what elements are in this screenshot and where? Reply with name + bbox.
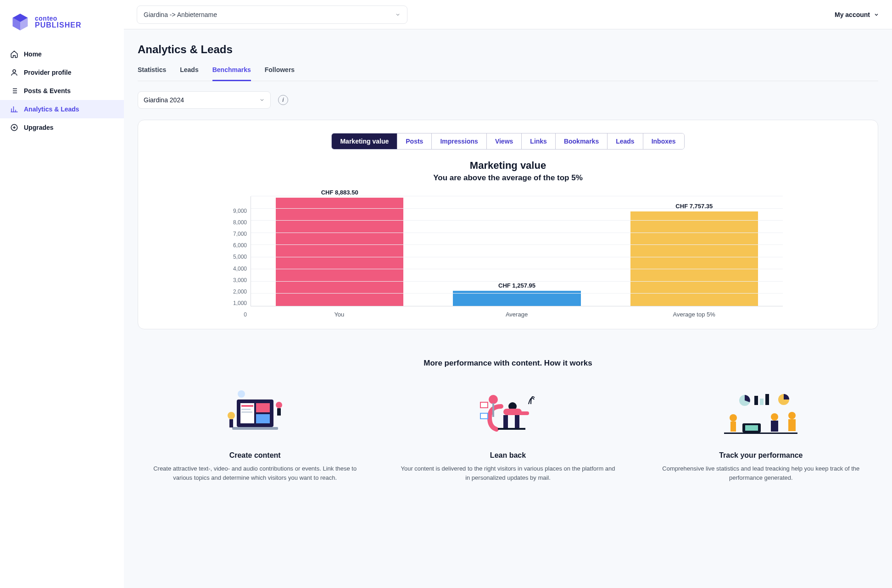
svg-point-49 — [771, 413, 778, 421]
x-tick-label: Average top 5% — [605, 311, 783, 318]
svg-point-45 — [730, 414, 737, 422]
chevron-down-icon — [259, 97, 265, 103]
hiw-card-track: Track your performance Comprehensive liv… — [644, 388, 878, 482]
sidebar-item-analytics-leads[interactable]: Analytics & Leads — [0, 100, 124, 118]
seg-inboxes[interactable]: Inboxes — [643, 133, 684, 149]
svg-rect-23 — [256, 414, 270, 423]
hiw-body: Create attractive text-, video- and audi… — [147, 464, 363, 482]
filter-row: Giardina 2024 i — [138, 91, 878, 109]
page-tabs: Statistics Leads Benchmarks Followers — [138, 66, 878, 81]
svg-rect-42 — [760, 399, 764, 405]
how-it-works-row: Create content Create attractive text-, … — [138, 388, 878, 482]
bar-column: CHF 7,757.35 — [606, 196, 783, 306]
bar-column: CHF 8,883.50 — [251, 196, 428, 306]
hiw-body: Comprehensive live statistics and lead t… — [653, 464, 869, 482]
seg-impressions[interactable]: Impressions — [432, 133, 486, 149]
svg-rect-33 — [503, 415, 508, 429]
sidebar-item-upgrades[interactable]: Upgrades — [0, 118, 124, 137]
svg-rect-26 — [229, 419, 233, 427]
svg-rect-41 — [754, 396, 758, 405]
hiw-illustration-track — [653, 388, 869, 443]
bar-value-label: CHF 7,757.35 — [606, 203, 783, 210]
plus-circle-icon — [10, 123, 18, 132]
svg-rect-43 — [765, 394, 769, 405]
y-tick-label: 1,000 — [233, 300, 247, 306]
svg-rect-48 — [745, 425, 758, 431]
brand-line2: PUBLISHER — [35, 22, 81, 29]
chart-title: Marketing value — [147, 160, 869, 172]
bar — [276, 198, 403, 306]
sidebar: conteo PUBLISHER Home Provider profile P… — [0, 0, 124, 588]
svg-rect-21 — [241, 411, 252, 413]
sidebar-item-provider-profile[interactable]: Provider profile — [0, 63, 124, 82]
sidebar-item-label: Upgrades — [24, 124, 54, 131]
svg-point-3 — [13, 70, 16, 72]
sidebar-item-home[interactable]: Home — [0, 45, 124, 63]
seg-views[interactable]: Views — [487, 133, 522, 149]
y-tick-label: 2,000 — [233, 288, 247, 295]
hiw-illustration-leanback — [400, 388, 616, 443]
sidebar-item-posts-events[interactable]: Posts & Events — [0, 82, 124, 100]
sidebar-nav: Home Provider profile Posts & Events Ana… — [0, 42, 124, 137]
topbar: Giardina -> Anbietername My account — [124, 0, 892, 29]
account-menu[interactable]: My account — [835, 11, 879, 18]
svg-rect-24 — [232, 427, 278, 430]
chart-y-axis: 9,0008,0007,0006,0005,0004,0003,0002,000… — [233, 208, 251, 318]
seg-marketing-value[interactable]: Marketing value — [332, 133, 397, 149]
seg-links[interactable]: Links — [522, 133, 556, 149]
bar-column: CHF 1,257.95 — [428, 196, 605, 306]
chart-plot: CHF 8,883.50CHF 1,257.95CHF 7,757.35 — [251, 196, 783, 306]
hiw-body: Your content is delivered to the right v… — [400, 464, 616, 482]
tab-followers[interactable]: Followers — [265, 66, 295, 81]
brand-line1: conteo — [35, 15, 81, 22]
svg-rect-35 — [498, 428, 525, 430]
y-tick-label: 6,000 — [233, 242, 247, 249]
y-tick-label: 3,000 — [233, 277, 247, 283]
account-label: My account — [835, 11, 870, 18]
y-tick-label: 8,000 — [233, 219, 247, 226]
tab-leads[interactable]: Leads — [180, 66, 198, 81]
user-icon — [10, 68, 18, 77]
seg-leads[interactable]: Leads — [608, 133, 643, 149]
bar-value-label: CHF 1,257.95 — [428, 282, 605, 289]
chevron-down-icon — [874, 12, 879, 17]
svg-point-25 — [228, 412, 235, 419]
chevron-down-icon — [395, 12, 401, 17]
svg-rect-22 — [256, 403, 270, 412]
seg-bookmarks[interactable]: Bookmarks — [556, 133, 608, 149]
bar — [630, 211, 758, 306]
svg-rect-20 — [241, 409, 251, 410]
tab-statistics[interactable]: Statistics — [138, 66, 166, 81]
hiw-illustration-create — [147, 388, 363, 443]
list-icon — [10, 87, 18, 95]
svg-rect-32 — [517, 411, 529, 415]
svg-rect-34 — [515, 415, 519, 429]
sidebar-item-label: Provider profile — [24, 69, 71, 76]
workspace-picker[interactable]: Giardina -> Anbietername — [137, 6, 407, 24]
info-icon[interactable]: i — [278, 95, 288, 105]
benchmark-segments: Marketing value Posts Impressions Views … — [147, 133, 869, 150]
svg-rect-52 — [788, 419, 796, 431]
content-area: Analytics & Leads Statistics Leads Bench… — [124, 29, 892, 588]
page-title: Analytics & Leads — [138, 43, 878, 56]
chart-icon — [10, 105, 18, 113]
x-tick-label: You — [251, 311, 428, 318]
period-select[interactable]: Giardina 2024 — [138, 91, 271, 109]
bar-value-label: CHF 8,883.50 — [251, 189, 428, 196]
tab-benchmarks[interactable]: Benchmarks — [212, 66, 251, 81]
brand-logo[interactable]: conteo PUBLISHER — [0, 9, 124, 42]
svg-point-27 — [276, 402, 282, 408]
hiw-title: Track your performance — [653, 451, 869, 460]
workspace-label: Giardina -> Anbietername — [144, 11, 217, 18]
sidebar-item-label: Posts & Events — [24, 87, 71, 94]
chart-x-axis: YouAverageAverage top 5% — [251, 311, 783, 318]
y-tick-label: 7,000 — [233, 231, 247, 237]
svg-rect-19 — [241, 405, 253, 407]
how-it-works-heading: More performance with content. How it wo… — [138, 359, 878, 368]
svg-rect-38 — [480, 402, 488, 408]
hiw-card-leanback: Lean back Your content is delivered to t… — [390, 388, 625, 482]
seg-posts[interactable]: Posts — [397, 133, 432, 149]
brand-cube-icon — [10, 12, 30, 32]
period-selected-label: Giardina 2024 — [144, 96, 184, 104]
svg-rect-37 — [492, 403, 494, 417]
